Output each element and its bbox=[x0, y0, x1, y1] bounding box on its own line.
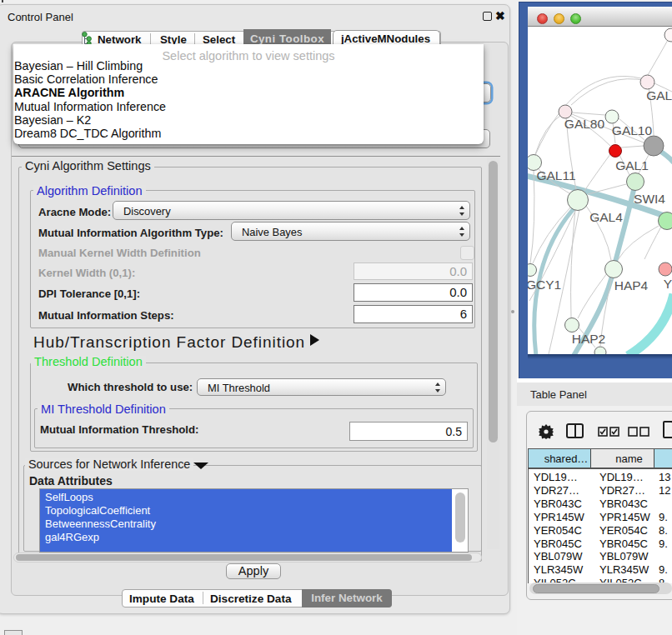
svg-text:HAP4: HAP4 bbox=[614, 278, 649, 292]
svg-text:SWI4: SWI4 bbox=[634, 192, 665, 206]
svg-text:GAL1: GAL1 bbox=[615, 158, 649, 172]
svg-text:HAP2: HAP2 bbox=[572, 332, 606, 346]
svg-text:GAL10: GAL10 bbox=[612, 123, 653, 138]
svg-text:Y: Y bbox=[664, 277, 672, 291]
svg-text:GAL4: GAL4 bbox=[589, 210, 623, 224]
svg-text:GAL80: GAL80 bbox=[564, 117, 605, 131]
svg-text:GAL7: GAL7 bbox=[646, 88, 672, 102]
svg-text:GCY1: GCY1 bbox=[528, 278, 561, 292]
svg-text:GAL11: GAL11 bbox=[536, 168, 575, 182]
